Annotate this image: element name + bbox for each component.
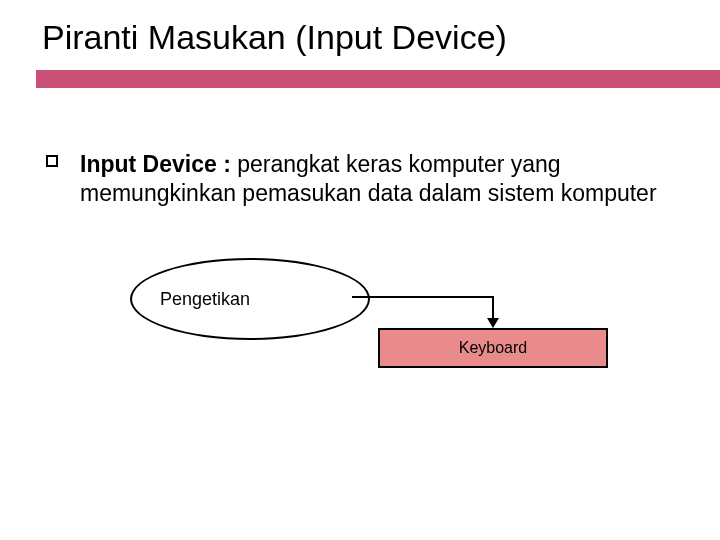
example-node: Keyboard [378, 328, 608, 368]
accent-bar [0, 70, 720, 88]
arrow-down-icon [487, 318, 499, 328]
example-label: Keyboard [459, 339, 528, 357]
slide-title: Piranti Masukan (Input Device) [42, 18, 507, 57]
category-node: Pengetikan [130, 258, 370, 340]
title-main: Piranti Masukan [42, 18, 286, 56]
accent-bar-gap [0, 70, 36, 88]
bullet-icon [46, 155, 58, 167]
definition-term: Input Device : [80, 151, 231, 177]
title-paren: (Input Device) [295, 18, 507, 56]
definition-text: Input Device : perangkat keras komputer … [80, 150, 660, 208]
category-label: Pengetikan [160, 289, 250, 310]
connector-horizontal [352, 296, 494, 298]
